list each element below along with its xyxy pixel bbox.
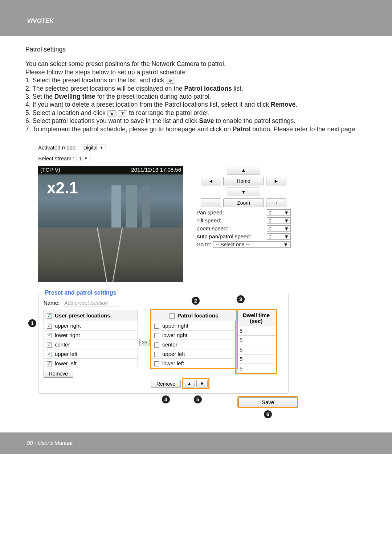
step-3: 3. Set the Dwelling time for the preset … [25, 93, 367, 100]
ptz-up-button[interactable]: ▲ [227, 166, 260, 175]
preset-patrol-panel: Preset and patrol settings Name: Add pre… [38, 293, 289, 394]
table-row[interactable]: 5 [237, 364, 276, 373]
ptz-home-button[interactable]: Home [223, 177, 264, 185]
ptz-left-button[interactable]: ◄ [201, 177, 221, 185]
table-row[interactable]: upper right [151, 321, 237, 330]
footer-text: 90 - User's Manual [27, 440, 72, 446]
user-preset-header: User preset locations [55, 312, 110, 319]
goto-select[interactable]: -- Select one --▼ [213, 241, 291, 248]
ui-screenshot: Activated mode : Digital ▼ Select stream… [38, 144, 328, 407]
preset-legend: Preset and patrol settings [44, 290, 118, 296]
checkbox[interactable] [154, 324, 159, 329]
dwell-header-1: Dwell time [243, 312, 270, 318]
checkbox[interactable] [154, 333, 159, 338]
chevron-down-icon: ▼ [284, 218, 289, 223]
table-row[interactable]: upper left [151, 349, 237, 359]
pan-speed-label: Pan speed: [196, 209, 224, 216]
table-row[interactable]: 5 [237, 336, 276, 345]
table-row[interactable]: 5 [237, 326, 276, 336]
patrol-all-check[interactable] [170, 313, 175, 319]
zoom-out-button[interactable]: - [201, 198, 221, 207]
intro-line-2: Please follow the steps below to set up … [25, 68, 367, 76]
patrol-header: Patrol locations [177, 312, 219, 319]
checkbox[interactable] [154, 361, 159, 366]
video-title: (TCP-V) [40, 167, 60, 173]
activated-mode-label: Activated mode : [38, 144, 79, 151]
narrative-block: Patrol settings You can select some pres… [25, 45, 367, 133]
intro-line-1: You can select some preset positions for… [25, 60, 367, 68]
chevron-down-icon: ▼ [284, 234, 289, 239]
dwell-time-table: Dwell time(sec) 5 5 5 5 5 [236, 310, 276, 374]
callout-5: 5 [194, 395, 202, 403]
table-row[interactable]: lower left [44, 359, 138, 368]
step-7: 7. To implement the patrol schedule, ple… [25, 125, 367, 133]
step-6: 6. Select patrol locations you want to s… [25, 117, 367, 125]
transfer-button[interactable]: >> [139, 339, 150, 346]
preset-name-input[interactable]: Add preset location [62, 299, 121, 307]
save-button[interactable]: Save [238, 397, 297, 407]
footer: 90 - User's Manual [0, 432, 392, 454]
checkbox[interactable] [47, 352, 52, 357]
chevron-down-icon: ▼ [284, 210, 289, 216]
step-2: 2. The selected preset locations will be… [25, 85, 367, 93]
checkbox[interactable] [47, 333, 52, 338]
checkbox[interactable] [154, 352, 159, 357]
tilt-speed-select[interactable]: 0▼ [267, 217, 291, 224]
ptz-down-button[interactable]: ▼ [227, 188, 260, 196]
chevron-down-icon: ▼ [84, 156, 88, 160]
patrol-move-down-button[interactable]: ▼ [196, 380, 208, 387]
select-stream-select[interactable]: 1 ▼ [77, 155, 90, 162]
zoom-speed-label: Zoom speed: [196, 225, 228, 231]
checkbox[interactable] [47, 342, 52, 348]
preset-name-label: Name: [44, 300, 60, 306]
callout-4: 4 [162, 395, 170, 403]
user-preset-all-check[interactable] [47, 313, 52, 319]
zoom-in-button[interactable]: + [266, 198, 286, 207]
step-4: 4. If you want to delete a preset locati… [25, 100, 367, 108]
user-preset-table: User preset locations upper right lower … [44, 310, 138, 368]
pan-speed-select[interactable]: 0▼ [267, 209, 291, 216]
table-row[interactable]: lower right [44, 330, 138, 340]
chevron-down-icon: ▼ [100, 145, 103, 149]
video-timestamp: 2011/12/13 17:08:56 [131, 167, 181, 173]
dwell-header-2: (sec) [250, 318, 263, 324]
inline-up-icon: ▲ [107, 110, 117, 116]
zoom-label: Zoom [223, 198, 264, 207]
ptz-right-button[interactable]: ► [266, 177, 286, 185]
table-row[interactable]: lower right [151, 330, 237, 340]
table-row[interactable]: 5 [237, 345, 276, 354]
inline-down-icon: ▼ [118, 110, 127, 116]
ptz-panel: ▲ ◄ Home ► ▼ - Zoom + Pan speed: 0▼ Ti [196, 166, 291, 248]
brand-text: VIVOTEK [27, 17, 54, 24]
table-row[interactable]: upper left [44, 349, 138, 359]
callout-2: 2 [192, 297, 200, 305]
video-preview: (TCP-V) 2011/12/13 17:08:56 x2.1 [38, 166, 183, 282]
tilt-speed-label: Tilt speed: [196, 217, 221, 223]
zoom-speed-select[interactable]: 0▼ [267, 225, 291, 232]
brand-header: VIVOTEK [0, 0, 392, 36]
patrol-remove-button[interactable]: Remove [151, 380, 181, 388]
auto-speed-label: Auto pan/patrol speed: [196, 233, 251, 239]
user-remove-button[interactable]: Remove [44, 370, 73, 378]
section-title: Patrol settings [25, 45, 367, 53]
patrol-move-up-button[interactable]: ▲ [184, 380, 195, 387]
table-row[interactable]: upper right [44, 321, 138, 330]
chevron-down-icon: ▼ [284, 226, 289, 231]
callout-1: 1 [28, 319, 36, 327]
chevron-down-icon: ▼ [283, 242, 288, 247]
auto-speed-select[interactable]: 1▼ [267, 233, 291, 240]
goto-label: Go to: [196, 241, 211, 247]
checkbox[interactable] [154, 342, 159, 348]
checkbox[interactable] [47, 361, 52, 366]
table-row[interactable]: center [151, 340, 237, 349]
activated-mode-select[interactable]: Digital ▼ [81, 144, 106, 151]
checkbox[interactable] [47, 324, 52, 329]
video-zoom-overlay: x2.1 [47, 179, 78, 197]
inline-transfer-icon: ≫ [166, 78, 175, 84]
table-row[interactable]: lower left [151, 359, 237, 368]
step-5: 5. Select a location and click ▲ ▼ to re… [25, 109, 367, 117]
callout-6: 6 [264, 410, 272, 418]
table-row[interactable]: 5 [237, 354, 276, 364]
patrol-locations-table: Patrol locations upper right lower right… [151, 310, 237, 368]
table-row[interactable]: center [44, 340, 138, 349]
